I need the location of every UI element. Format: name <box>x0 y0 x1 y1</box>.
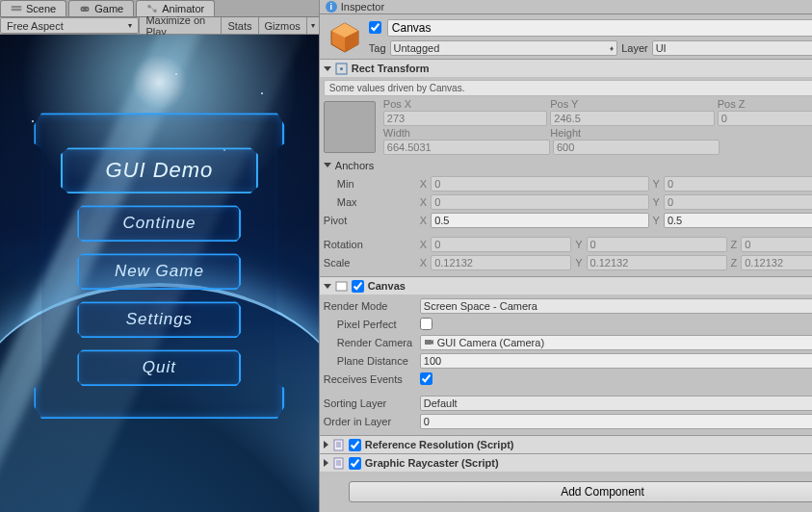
rotation-y[interactable] <box>587 237 727 252</box>
tag-dropdown[interactable]: Untagged♦ <box>390 40 618 56</box>
sorting-layer-dropdown[interactable]: Default♦ <box>420 396 812 411</box>
aspect-dropdown[interactable]: Free Aspect ▾ <box>0 17 139 34</box>
scale-z[interactable] <box>741 255 812 270</box>
gui-title: GUI Demo <box>61 147 258 193</box>
reference-resolution-header[interactable]: Reference Resolution (Script) <box>320 436 812 453</box>
gameobject-active-checkbox[interactable] <box>369 21 381 34</box>
foldout-closed-icon <box>324 441 328 448</box>
foldout-closed-icon <box>324 459 328 467</box>
raycaster-enabled-checkbox[interactable] <box>349 457 361 470</box>
script-icon <box>332 457 345 470</box>
foldout-open-icon <box>324 284 331 289</box>
scale-x[interactable] <box>431 255 571 270</box>
rect-transform-title: Rect Transform <box>352 63 430 74</box>
pos-y-field[interactable] <box>550 111 714 126</box>
layer-label: Layer <box>621 42 648 54</box>
tag-label: Tag <box>369 42 386 54</box>
gameobject-icon <box>326 18 364 57</box>
scene-icon <box>11 3 22 14</box>
gui-menu-panel: GUI Demo Continue New Game Settings Quit <box>34 103 284 430</box>
canvas-enabled-checkbox[interactable] <box>352 280 364 293</box>
refres-enabled-checkbox[interactable] <box>349 439 361 451</box>
reference-resolution-component: Reference Resolution (Script) <box>320 435 812 453</box>
graphic-raycaster-component: Graphic Raycaster (Script) <box>320 453 812 472</box>
tab-scene[interactable]: Scene <box>0 0 66 16</box>
tab-game[interactable]: Game <box>68 0 134 16</box>
aspect-label: Free Aspect <box>7 20 64 32</box>
game-toolbar: Free Aspect ▾ Maximize on Play Stats Giz… <box>0 17 319 35</box>
raycaster-title: Graphic Raycaster (Script) <box>365 457 499 469</box>
left-tab-row: Scene Game Animator <box>0 0 319 17</box>
render-mode-dropdown[interactable]: Screen Space - Camera♦ <box>420 298 812 314</box>
rect-transform-icon <box>335 63 348 75</box>
canvas-icon <box>335 280 348 293</box>
anchor-min-y[interactable] <box>664 176 812 192</box>
svg-rect-13 <box>425 340 432 345</box>
height-field[interactable] <box>553 140 720 155</box>
game-icon <box>79 3 91 14</box>
receives-events-checkbox[interactable] <box>420 372 432 385</box>
rotation-x[interactable] <box>431 237 571 252</box>
quit-button[interactable]: Quit <box>77 349 241 386</box>
rotation-z[interactable] <box>741 237 812 252</box>
continue-button[interactable]: Continue <box>77 205 241 242</box>
svg-rect-4 <box>154 10 157 13</box>
svg-rect-0 <box>81 7 90 12</box>
pivot-x[interactable] <box>431 213 648 228</box>
rect-transform-header[interactable]: Rect Transform <box>320 60 812 77</box>
maximize-on-play-toggle[interactable]: Maximize on Play <box>139 17 221 34</box>
width-field[interactable] <box>383 140 550 155</box>
settings-button[interactable]: Settings <box>77 301 241 338</box>
render-camera-field[interactable]: GUI Camera (Camera) ⊙ <box>420 335 812 350</box>
animator-icon <box>146 3 158 14</box>
add-component-button[interactable]: Add Component <box>349 481 812 502</box>
order-in-layer-field[interactable] <box>420 414 812 429</box>
anchor-max-y[interactable] <box>664 194 812 210</box>
canvas-header[interactable]: Canvas <box>320 277 812 294</box>
anchors-label: Anchors <box>335 160 374 171</box>
script-icon <box>332 439 345 451</box>
pivot-y[interactable] <box>664 213 812 228</box>
gameobject-name-field[interactable] <box>387 19 812 37</box>
plane-distance-field[interactable] <box>420 353 812 369</box>
tab-animator[interactable]: Animator <box>136 0 215 16</box>
gizmos-toggle[interactable]: Gizmos <box>258 17 306 34</box>
svg-marker-14 <box>432 340 433 345</box>
svg-point-2 <box>87 9 89 11</box>
anchor-preset-button[interactable] <box>324 101 376 153</box>
tab-game-label: Game <box>94 3 123 14</box>
svg-point-9 <box>340 67 343 70</box>
rect-transform-component: Rect Transform Some values driven by Can… <box>320 59 812 276</box>
rect-info-strip: Some values driven by Canvas. <box>324 80 812 96</box>
canvas-title: Canvas <box>368 280 406 292</box>
svg-rect-11 <box>336 282 347 291</box>
svg-point-1 <box>82 9 84 11</box>
pos-x-field[interactable] <box>383 111 547 126</box>
new-game-button[interactable]: New Game <box>77 253 241 290</box>
canvas-component: Canvas Render Mode Screen Space - Camera… <box>320 276 812 435</box>
gizmos-dropdown[interactable]: ▾ <box>306 17 319 34</box>
scale-y[interactable] <box>587 255 727 270</box>
foldout-open-icon <box>324 66 331 71</box>
graphic-raycaster-header[interactable]: Graphic Raycaster (Script) <box>320 454 812 472</box>
gameobject-header: Static ▾ Tag Untagged♦ Layer UI♦ <box>320 14 812 59</box>
tab-inspector-label[interactable]: Inspector <box>341 1 384 13</box>
game-viewport: GUI Demo Continue New Game Settings Quit <box>0 35 319 512</box>
tab-animator-label: Animator <box>162 3 204 14</box>
inspector-tab-row: i Inspector 🔒 ▾≡ <box>320 0 812 14</box>
tab-scene-label: Scene <box>26 3 56 14</box>
anchors-foldout[interactable] <box>324 163 331 167</box>
camera-icon <box>424 337 434 347</box>
anchor-min-x[interactable] <box>431 176 648 192</box>
layer-dropdown[interactable]: UI♦ <box>652 40 812 56</box>
refres-title: Reference Resolution (Script) <box>365 439 514 450</box>
anchor-max-x[interactable] <box>431 194 648 210</box>
chevron-down-icon: ▾ <box>128 21 132 30</box>
info-icon: i <box>326 1 337 13</box>
pixel-perfect-checkbox[interactable] <box>420 318 432 330</box>
svg-rect-3 <box>148 5 151 8</box>
stats-toggle[interactable]: Stats <box>221 17 257 34</box>
pos-z-field[interactable] <box>718 111 812 126</box>
